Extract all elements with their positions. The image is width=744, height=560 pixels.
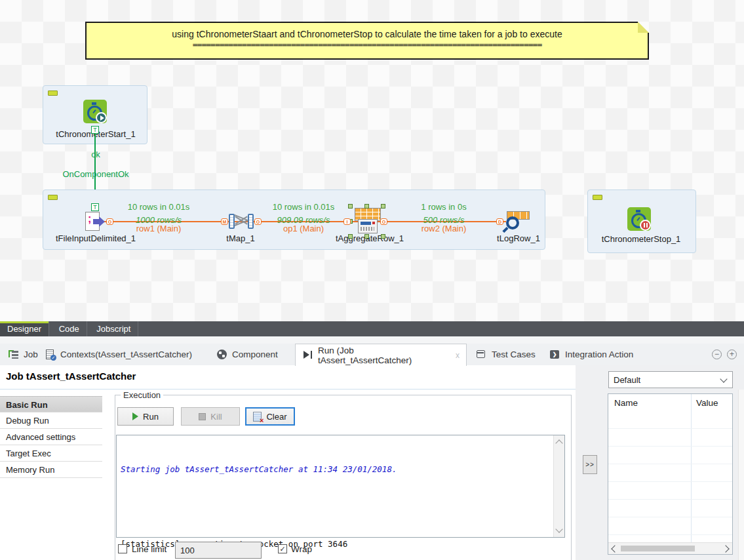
- tab-code[interactable]: Code: [52, 321, 87, 336]
- input-port[interactable]: M: [221, 218, 228, 225]
- connection-name-label[interactable]: row2 (Main): [421, 224, 467, 233]
- logrow-icon[interactable]: [505, 211, 530, 231]
- tab-designer[interactable]: Designer: [0, 321, 49, 336]
- selection-handle[interactable]: [364, 234, 369, 239]
- output-port[interactable]: O: [106, 218, 113, 225]
- connection-rate-label: 1 rows in 0s: [421, 202, 466, 212]
- sticky-note[interactable]: using tChronometerStaart and tChronomete…: [85, 22, 649, 60]
- input-port[interactable]: I: [343, 218, 351, 225]
- editor-tab-bar: Designer Code Jobscript: [0, 321, 744, 336]
- table-rows: [608, 411, 732, 543]
- run-button[interactable]: Run: [117, 407, 174, 426]
- line-limit-label: Line limit: [132, 544, 166, 554]
- semicolon-glyph: ;: [88, 214, 91, 224]
- component-label-logrow[interactable]: tLogRow_1: [497, 233, 540, 243]
- expand-variables-button[interactable]: >>: [583, 455, 597, 474]
- tab-job-label: Job: [24, 350, 38, 359]
- table-h-scrollbar[interactable]: [608, 542, 732, 554]
- scrollbar-thumb[interactable]: [621, 546, 695, 551]
- selection-handle[interactable]: [381, 234, 385, 239]
- line-limit-input[interactable]: [175, 542, 262, 559]
- execution-group-label: Execution: [121, 390, 163, 400]
- column-header-name[interactable]: Name: [614, 398, 638, 408]
- view-tab-bar: Job ✓ Contexts(tAssert_tAssertCatcher) C…: [0, 344, 744, 366]
- scroll-up-icon[interactable]: [555, 439, 562, 447]
- clear-button[interactable]: Clear: [245, 407, 295, 426]
- clear-icon: [253, 412, 262, 422]
- column-header-value[interactable]: Value: [696, 398, 718, 408]
- kill-button-label: Kill: [210, 412, 222, 422]
- tab-job[interactable]: Job: [8, 344, 38, 365]
- map-right-table-glyph: [248, 214, 254, 229]
- tab-integration-label: Integration Action: [565, 350, 633, 359]
- chronometer-stop-icon[interactable]: [627, 207, 651, 231]
- context-select[interactable]: Default: [608, 371, 733, 388]
- input-port[interactable]: D: [496, 218, 503, 225]
- calculator-dot-glyph: [372, 222, 375, 224]
- component-icon: [216, 349, 227, 360]
- trigger-label-ok[interactable]: ok: [91, 150, 100, 159]
- execution-console[interactable]: Starting job tAssert_tAssertCatcher at 1…: [116, 435, 565, 538]
- tab-component-label: Component: [232, 350, 278, 359]
- output-port[interactable]: O: [254, 218, 262, 225]
- run-view-header: Job tAssert_tAssertCatcher: [0, 365, 576, 390]
- tab-jobscript[interactable]: Jobscript: [89, 321, 138, 336]
- sidebar-item-basic-run[interactable]: Basic Run: [0, 396, 102, 412]
- chevron-down-icon: [720, 375, 727, 382]
- sidebar-item-advanced-settings[interactable]: Advanced settings: [0, 429, 102, 445]
- output-port[interactable]: O: [380, 218, 387, 225]
- trigger-label-type[interactable]: OnComponentOk: [62, 169, 128, 179]
- maximize-panel-icon[interactable]: +: [727, 350, 737, 359]
- connection-name-label[interactable]: op1 (Main): [283, 224, 324, 233]
- close-icon[interactable]: x: [456, 351, 460, 360]
- calculator-screen-glyph: [361, 222, 371, 225]
- trigger-anchor-top[interactable]: T: [91, 126, 99, 134]
- component-label-fileinput[interactable]: tFileInputDelimited_1: [56, 233, 136, 243]
- console-scrollbar[interactable]: [553, 435, 564, 537]
- component-label-tmap[interactable]: tMap_1: [226, 233, 254, 243]
- tab-test-cases-label: Test Cases: [492, 350, 536, 359]
- sidebar-item-debug-run[interactable]: Debug Run: [0, 412, 102, 429]
- minimize-panel-icon[interactable]: −: [712, 350, 722, 359]
- tab-test-cases[interactable]: Test Cases: [476, 344, 536, 365]
- selection-handle[interactable]: [364, 204, 369, 209]
- kill-button[interactable]: Kill: [181, 407, 240, 426]
- designer-canvas[interactable]: using tChronometerStaart and tChronomete…: [0, 0, 744, 321]
- tab-integration-action[interactable]: ❯ Integration Action: [549, 344, 633, 365]
- talend-studio-window: using tChronometerStaart and tChronomete…: [0, 0, 744, 560]
- subjob-collapse-icon[interactable]: [593, 195, 602, 200]
- pause-overlay-icon: [640, 220, 651, 231]
- tab-component[interactable]: Component: [216, 344, 278, 365]
- aggregate-row-icon[interactable]: [350, 206, 384, 237]
- trigger-anchor-bottom[interactable]: T: [91, 203, 99, 211]
- selection-handle[interactable]: [348, 204, 353, 209]
- selection-handle[interactable]: [381, 204, 385, 209]
- subjob-collapse-icon[interactable]: [48, 195, 58, 200]
- sidebar-item-target-exec[interactable]: Target Exec: [0, 445, 102, 462]
- selection-handle[interactable]: [348, 234, 353, 239]
- contexts-icon: ✓: [45, 349, 56, 360]
- scroll-down-icon[interactable]: [555, 525, 562, 532]
- file-input-delimited-icon[interactable]: ;: [84, 210, 106, 233]
- wrap-checkbox[interactable]: ✓: [278, 544, 287, 553]
- panel-v-scrollbar[interactable]: [738, 390, 744, 560]
- connection-rate-label: 10 rows in 0.01s: [128, 202, 190, 212]
- tab-run-label: Run (Job tAssert_tAssertCatcher): [318, 346, 447, 365]
- component-label-stop[interactable]: tChronometerStop_1: [602, 234, 681, 244]
- stop-icon: [199, 413, 206, 420]
- connection-name-label[interactable]: row1 (Main): [136, 224, 182, 233]
- line-limit-checkbox[interactable]: [118, 544, 127, 553]
- console-line: Starting job tAssert_tAssertCatcher at 1…: [121, 463, 553, 475]
- tab-run-active[interactable]: Run (Job tAssert_tAssertCatcher) x: [295, 344, 467, 366]
- note-underline: ========================================…: [87, 39, 648, 49]
- calculator-glyph: [358, 219, 378, 233]
- tmap-icon[interactable]: [229, 212, 254, 230]
- subjob-collapse-icon[interactable]: [48, 90, 58, 96]
- chronometer-start-icon[interactable]: [83, 100, 107, 123]
- scroll-left-icon[interactable]: [611, 545, 618, 552]
- tab-contexts[interactable]: ✓ Contexts(tAssert_tAssertCatcher): [45, 344, 192, 365]
- scroll-right-icon[interactable]: [722, 545, 729, 552]
- magnifier-glyph: [506, 216, 519, 230]
- console-line: [121, 500, 553, 513]
- sidebar-item-memory-run[interactable]: Memory Run: [0, 462, 102, 478]
